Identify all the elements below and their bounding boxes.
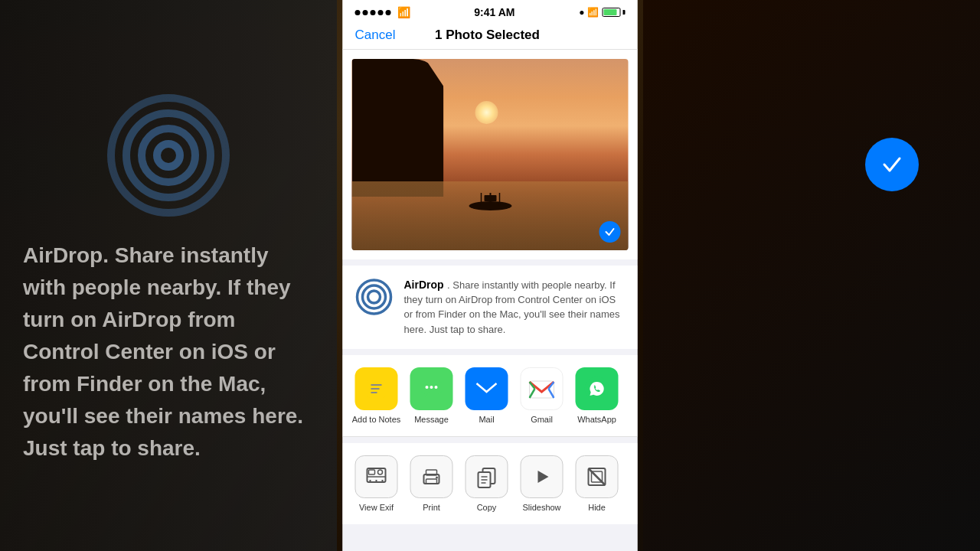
nav-title: 1 Photo Selected <box>435 28 540 43</box>
photo-area <box>343 50 638 259</box>
bluetooth-icon: ● <box>579 7 584 18</box>
whatsapp-icon <box>576 367 619 410</box>
signal-indicator <box>355 10 391 15</box>
slideshow-icon-svg <box>531 465 554 488</box>
slideshow-icon <box>521 455 564 498</box>
navigation-bar: Cancel 1 Photo Selected <box>343 21 638 50</box>
signal-dot-3 <box>371 10 376 15</box>
status-right: ● 📶 <box>579 7 625 18</box>
svg-rect-29 <box>369 470 375 474</box>
action-item-hide[interactable]: Hide <box>570 449 625 518</box>
photo-boat <box>467 189 513 212</box>
photo-thumbnail <box>352 59 629 250</box>
share-item-add-to-notes[interactable]: Add to Notes <box>349 367 404 424</box>
bg-airdrop-text: AirDrop. Share instantly with people nea… <box>0 240 337 465</box>
svg-point-38 <box>436 476 438 478</box>
svg-point-30 <box>378 470 383 474</box>
main-content[interactable]: AirDrop . Share instantly with people ne… <box>343 50 638 551</box>
notes-icon-svg <box>364 377 389 401</box>
battery-fill <box>603 9 616 15</box>
photo-sun <box>475 101 498 124</box>
cancel-button[interactable]: Cancel <box>355 28 396 43</box>
hide-icon <box>576 455 619 498</box>
signal-dot-1 <box>355 10 361 15</box>
status-time: 9:41 AM <box>474 6 514 18</box>
action-label-slideshow: Slideshow <box>522 503 560 512</box>
action-label-print: Print <box>423 503 440 512</box>
share-label-notes: Add to Notes <box>352 415 401 424</box>
svg-point-20 <box>435 386 438 389</box>
phone-modal: 📶 9:41 AM ● 📶 Cancel 1 Photo Selected <box>343 0 638 551</box>
view-exif-icon <box>355 455 398 498</box>
airdrop-section: AirDrop . Share instantly with people ne… <box>343 266 638 349</box>
action-item-view-exif[interactable]: View Exif <box>349 449 404 518</box>
share-row: Add to Notes Message <box>343 355 638 436</box>
wifi-icon: 📶 <box>397 6 410 18</box>
svg-point-3 <box>157 144 180 167</box>
message-icon-svg <box>420 377 444 401</box>
mail-icon-svg <box>475 377 499 401</box>
action-item-print[interactable]: Print <box>404 449 459 518</box>
exif-icon-svg <box>365 465 388 488</box>
signal-dot-2 <box>363 10 368 15</box>
battery-body <box>602 8 620 17</box>
photo-checkmark-icon <box>604 226 616 238</box>
status-left: 📶 <box>355 6 410 18</box>
bluetooth-label: 📶 <box>587 7 599 18</box>
airdrop-icon <box>355 278 394 316</box>
divider <box>343 436 638 437</box>
share-label-mail: Mail <box>479 415 494 424</box>
svg-point-10 <box>363 285 386 308</box>
gmail-icon-svg <box>529 378 555 399</box>
bg-left-panel: AirDrop. Share instantly with people nea… <box>0 0 337 551</box>
action-label-copy: Copy <box>477 503 497 512</box>
bg-airdrop-icon <box>100 86 237 224</box>
airdrop-title: AirDrop <box>404 279 444 291</box>
bg-selected-checkmark <box>865 138 919 191</box>
share-label-message: Message <box>414 415 449 424</box>
share-label-gmail: Gmail <box>531 415 553 424</box>
signal-dot-4 <box>378 10 384 15</box>
action-item-copy[interactable]: Copy <box>459 449 514 518</box>
share-item-gmail[interactable]: Gmail <box>514 367 570 424</box>
checkmark-icon <box>878 151 906 178</box>
copy-icon-svg <box>475 465 498 488</box>
message-icon <box>410 367 453 410</box>
svg-point-18 <box>426 386 429 389</box>
action-item-slideshow[interactable]: Slideshow <box>514 449 570 518</box>
share-item-message[interactable]: Message <box>404 367 459 424</box>
print-icon <box>410 455 453 498</box>
photo-selected-badge <box>599 221 621 243</box>
signal-dot-5 <box>386 10 391 15</box>
svg-point-2 <box>142 129 195 182</box>
action-label-view-exif: View Exif <box>359 503 394 512</box>
share-item-whatsapp[interactable]: WhatsApp <box>570 367 625 424</box>
battery-tip <box>622 10 625 15</box>
notes-icon <box>355 367 398 410</box>
share-label-whatsapp: WhatsApp <box>577 415 616 424</box>
svg-marker-44 <box>538 471 549 483</box>
whatsapp-icon-svg <box>584 376 610 402</box>
battery-indicator <box>602 8 625 17</box>
airdrop-text-block: AirDrop . Share instantly with people ne… <box>404 278 626 337</box>
svg-point-11 <box>368 291 381 303</box>
action-label-hide: Hide <box>588 503 606 512</box>
share-item-mail[interactable]: Mail <box>459 367 514 424</box>
print-icon-svg <box>420 465 443 488</box>
mail-icon <box>466 367 508 410</box>
action-row: View Exif Print <box>343 443 638 524</box>
svg-rect-6 <box>484 195 496 201</box>
copy-icon <box>466 455 508 498</box>
svg-point-19 <box>430 386 433 389</box>
status-bar: 📶 9:41 AM ● 📶 <box>343 0 638 21</box>
bg-right-panel <box>643 0 980 551</box>
hide-icon-svg <box>586 465 609 488</box>
gmail-icon <box>521 367 564 410</box>
photo-tree-silhouette <box>352 59 444 197</box>
